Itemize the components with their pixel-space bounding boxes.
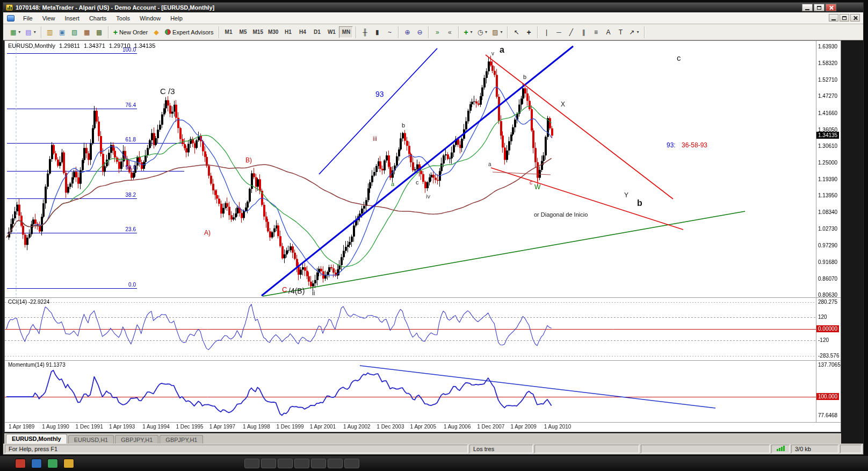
cci-scale-label: 280.275 [818, 299, 837, 305]
menu-window[interactable]: Window [135, 13, 165, 23]
taskbar-button-6[interactable] [344, 459, 359, 468]
tf-m15-button[interactable]: M15 [251, 26, 265, 38]
mdi-minimize-button[interactable] [829, 14, 838, 22]
strategy-tester-button[interactable]: ▩ [93, 26, 105, 38]
equidistant-channel-button[interactable]: ∥ [577, 26, 589, 38]
profiles-button[interactable]: ▤▾ [23, 26, 38, 38]
tf-h1-button[interactable]: H1 [281, 26, 295, 38]
time-axis-label: 1 Apr 2009 [511, 424, 537, 430]
taskbar-button-0[interactable] [244, 459, 259, 468]
crosshair-button[interactable]: + [523, 26, 534, 38]
indicators-icon: + [464, 28, 468, 36]
taskbar-icon-1[interactable] [31, 459, 42, 468]
momentum-scale[interactable]: 137.706577.6468100.000 [816, 361, 841, 422]
taskbar-icon-0[interactable] [15, 459, 26, 468]
menu-bar: FileViewInsertChartsToolsWindowHelp [3, 12, 863, 24]
line-mode-button[interactable]: ~ [384, 26, 395, 38]
taskbar-button-4[interactable] [311, 459, 326, 468]
horizontal-line-button[interactable]: ─ [553, 26, 565, 38]
tf-mn-button[interactable]: MN [339, 26, 353, 38]
trendline-button[interactable]: ╱ [565, 26, 577, 38]
new-chart-button[interactable]: ▦▾ [8, 26, 23, 38]
time-axis-label: 1 Aug 1998 [243, 424, 270, 430]
taskbar-icon-3[interactable] [63, 459, 74, 468]
status-cell-empty-3 [840, 445, 862, 453]
menu-tools[interactable]: Tools [111, 13, 135, 23]
text-button[interactable]: A [602, 26, 614, 38]
candles-mode-button[interactable]: ▮ [371, 26, 383, 38]
price-scale-label: 1.08340 [818, 209, 837, 215]
menu-charts[interactable]: Charts [84, 13, 111, 23]
periods-button[interactable]: ◷▾ [475, 26, 490, 38]
mdi-restore-button[interactable] [840, 14, 849, 22]
minimize-button[interactable] [802, 4, 813, 11]
chart-menu-icon [7, 15, 15, 22]
arrows-button[interactable]: ↗▾ [627, 26, 641, 38]
text-label-button[interactable]: T [614, 26, 626, 38]
tf-m30-button[interactable]: M30 [266, 26, 280, 38]
new-order-button[interactable]: +New Order [111, 26, 150, 38]
metaeditor-button[interactable]: ◆ [150, 26, 162, 38]
zoom-in-button[interactable]: ⊕ [401, 26, 413, 38]
cci-scale[interactable]: 280.275120-120-283.5760.00000 [816, 298, 841, 360]
metatrader-window: 1070148: MetaTrader - Alpari (US) - Demo… [3, 2, 864, 455]
fibonacci-button[interactable]: ≡ [590, 26, 602, 38]
profiles-icon: ▤ [25, 29, 31, 35]
terminal-button[interactable]: ▦ [81, 26, 93, 38]
auto-scroll-button[interactable]: » [431, 26, 443, 38]
tf-m1-button[interactable]: M1 [222, 26, 236, 38]
zoom-out-button[interactable]: ⊖ [414, 26, 425, 38]
tf-d1-button[interactable]: D1 [310, 26, 324, 38]
main-chart-canvas[interactable] [5, 41, 816, 298]
chart-shift-button[interactable]: « [444, 26, 455, 38]
price-scale-label: 1.63930 [818, 44, 837, 49]
taskbar-button-5[interactable] [328, 459, 343, 468]
maximize-button[interactable] [814, 4, 824, 11]
time-axis[interactable]: 1 Apr 19891 Aug 19901 Dec 19911 Apr 1993… [5, 423, 841, 431]
chart-tab-1[interactable]: EURUSD,H1 [68, 435, 114, 444]
momentum-canvas[interactable] [5, 361, 816, 423]
cci-canvas[interactable] [5, 298, 816, 361]
time-axis-label: 1 Dec 2007 [477, 424, 504, 430]
vertical-line-button[interactable]: | [540, 26, 552, 38]
cursor-button[interactable]: ↖ [510, 26, 522, 38]
mdi-close-button[interactable] [850, 14, 860, 22]
indicators-button[interactable]: +▾ [461, 26, 474, 38]
taskbar-button-2[interactable] [278, 459, 293, 468]
taskbar-button-1[interactable] [261, 459, 276, 468]
close-button[interactable] [826, 4, 836, 11]
price-scale-label: 1.30610 [818, 143, 837, 149]
current-price-badge: 1.34135 [816, 132, 839, 139]
indicators-dropdown-icon: ▾ [471, 30, 473, 34]
templates-dropdown-icon: ▾ [500, 30, 502, 34]
templates-button[interactable]: ▨▾ [490, 26, 504, 38]
new-order-label: New Order [119, 29, 148, 35]
ohlc-low: 1.29710 [109, 42, 131, 49]
data-window-button[interactable]: ▣ [56, 26, 68, 38]
price-scale[interactable]: 1.639301.583201.527101.472701.416601.360… [816, 41, 841, 297]
mdi-restore-icon [842, 16, 847, 20]
expert-advisors-button[interactable]: Expert Advisors [163, 26, 215, 38]
menu-view[interactable]: View [38, 13, 60, 23]
bars-mode-button[interactable]: ╫ [359, 26, 371, 38]
chart-tab-0[interactable]: EURUSD,Monthly [6, 434, 67, 444]
menu-file[interactable]: File [18, 13, 38, 23]
cursor-icon: ↖ [513, 29, 519, 35]
price-scale-label: 0.86070 [818, 276, 837, 282]
market-watch-button[interactable]: ▥ [44, 26, 56, 38]
menu-insert[interactable]: Insert [60, 13, 84, 23]
price-scale-label: 1.47270 [818, 93, 837, 99]
navigator-button[interactable]: ▧ [69, 26, 81, 38]
taskbar-icon-2[interactable] [47, 459, 58, 468]
title-bar[interactable]: 1070148: MetaTrader - Alpari (US) - Demo… [3, 3, 863, 12]
arrows-dropdown-icon: ▾ [637, 30, 639, 34]
tf-h4-button[interactable]: H4 [295, 26, 309, 38]
chart-tab-3[interactable]: GBPJPY,H1 [160, 435, 203, 444]
taskbar-button-3[interactable] [294, 459, 309, 468]
tf-w1-button[interactable]: W1 [324, 26, 338, 38]
menu-help[interactable]: Help [165, 13, 187, 23]
time-axis-label: 1 Dec 2003 [377, 424, 404, 430]
cci-scale-label: -283.576 [818, 353, 839, 359]
tf-m5-button[interactable]: M5 [236, 26, 250, 38]
chart-tab-2[interactable]: GBPJPY,H1 [115, 435, 158, 444]
